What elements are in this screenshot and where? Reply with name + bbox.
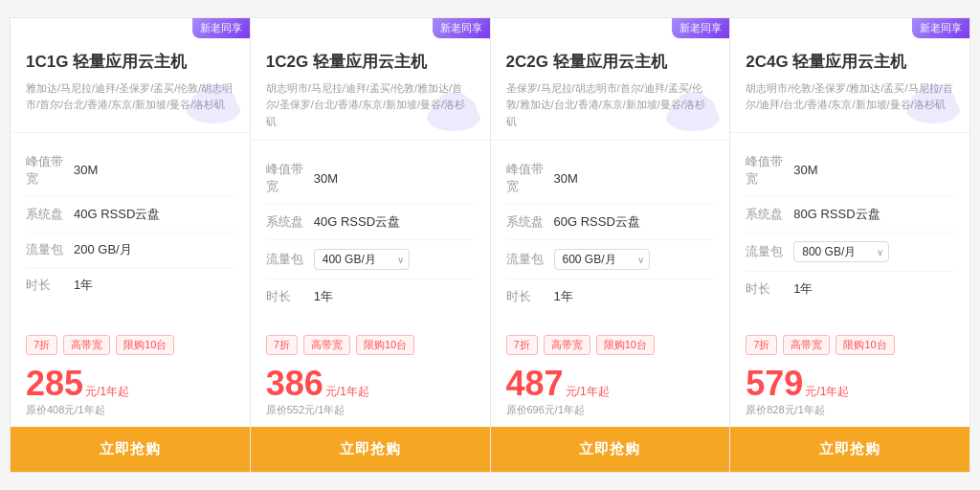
select-wrapper[interactable]: 400 GB/月600 GB/月800 GB/月 <box>793 241 889 262</box>
price-unit: 元/1年起 <box>566 384 610 400</box>
badge-0: 7折 <box>26 335 57 355</box>
buy-button[interactable]: 立即抢购 <box>251 427 490 472</box>
spec-value: 1年 <box>314 288 333 305</box>
badge-2: 限购10台 <box>116 335 174 355</box>
spec-label: 流量包 <box>506 251 554 268</box>
price-original: 原价552元/1年起 <box>266 403 475 417</box>
price-main: 579元/1年起 <box>746 367 954 401</box>
spec-row-0: 峰值带宽30M <box>506 152 715 205</box>
spec-value: 1年 <box>793 280 813 298</box>
spec-label: 流量包 <box>746 243 793 260</box>
price-original: 原价408元/1年起 <box>26 403 234 417</box>
spec-row-3: 时长1年 <box>26 268 234 302</box>
spec-label: 峰值带宽 <box>746 153 793 188</box>
decoration-icon <box>904 77 962 124</box>
traffic-select[interactable]: 400 GB/月600 GB/月800 GB/月 <box>314 249 410 270</box>
svg-point-3 <box>196 84 231 111</box>
badge-0: 7折 <box>506 335 538 355</box>
spec-row-2: 流量包400 GB/月600 GB/月800 GB/月 <box>746 233 954 272</box>
spec-label: 峰值带宽 <box>506 161 554 195</box>
traffic-select[interactable]: 400 GB/月600 GB/月800 GB/月 <box>554 249 650 270</box>
spec-row-0: 峰值带宽30M <box>26 145 234 197</box>
card-header: 新老同享1C1G 轻量应用云主机雅加达/马尼拉/迪拜/圣保罗/孟买/伦敦/胡志明… <box>11 18 250 133</box>
card-title: 1C2G 轻量应用云主机 <box>266 51 475 73</box>
price-original: 原价696元/1年起 <box>506 403 715 417</box>
spec-label: 峰值带宽 <box>266 161 314 195</box>
price-section: 285元/1年起原价408元/1年起 <box>11 361 250 427</box>
badge-1: 高带宽 <box>303 335 350 355</box>
card-body: 峰值带宽30M系统盘60G RSSD云盘流量包400 GB/月600 GB/月8… <box>491 141 730 325</box>
spec-label: 流量包 <box>26 241 74 258</box>
select-wrapper[interactable]: 400 GB/月600 GB/月800 GB/月 <box>554 249 650 270</box>
spec-value: 30M <box>554 171 578 186</box>
svg-point-7 <box>436 92 471 119</box>
price-main: 285元/1年起 <box>26 367 234 401</box>
price-section: 386元/1年起原价552元/1年起 <box>251 361 490 427</box>
price-unit: 元/1年起 <box>325 384 369 400</box>
spec-row-1: 系统盘40G RSSD云盘 <box>266 205 475 240</box>
spec-value: 40G RSSD云盘 <box>314 213 400 231</box>
new-old-badge: 新老同享 <box>433 18 490 38</box>
new-old-badge: 新老同享 <box>912 18 969 38</box>
spec-label: 系统盘 <box>266 213 314 231</box>
spec-label: 时长 <box>746 280 793 298</box>
card-header: 新老同享2C4G 轻量应用云主机胡志明市/伦敦/圣保罗/雅加达/孟买/马尼拉/首… <box>730 18 969 133</box>
card-1: 新老同享1C2G 轻量应用云主机胡志明市/马尼拉/迪拜/孟买/伦敦/雅加达/首尔… <box>251 17 491 474</box>
spec-value: 60G RSSD云盘 <box>554 213 640 231</box>
new-old-badge: 新老同享 <box>192 18 250 38</box>
spec-value: 30M <box>314 171 338 186</box>
spec-value: 40G RSSD云盘 <box>74 206 160 223</box>
new-old-badge: 新老同享 <box>672 18 729 38</box>
price-number: 285 <box>26 367 83 401</box>
badge-2: 限购10台 <box>356 335 414 355</box>
badge-1: 高带宽 <box>783 335 830 355</box>
badges-row: 7折高带宽限购10台 <box>251 325 490 361</box>
card-header: 新老同享2C2G 轻量应用云主机圣保罗/马尼拉/胡志明市/首尔/迪拜/孟买/伦敦… <box>491 18 730 142</box>
price-main: 386元/1年起 <box>266 367 475 401</box>
svg-point-15 <box>916 84 950 111</box>
decoration-icon <box>185 77 242 124</box>
spec-row-3: 时长1年 <box>746 272 954 306</box>
spec-row-0: 峰值带宽30M <box>746 145 954 197</box>
card-title: 2C4G 轻量应用云主机 <box>746 51 954 73</box>
badges-row: 7折高带宽限购10台 <box>491 325 730 361</box>
spec-value: 1年 <box>554 288 573 305</box>
buy-button[interactable]: 立即抢购 <box>491 427 730 472</box>
spec-row-2: 流量包400 GB/月600 GB/月800 GB/月 <box>506 240 715 279</box>
spec-value: 80G RSSD云盘 <box>793 206 880 223</box>
badges-row: 7折高带宽限购10台 <box>730 325 969 361</box>
spec-label: 系统盘 <box>746 206 793 223</box>
price-original: 原价828元/1年起 <box>746 403 954 417</box>
price-section: 579元/1年起原价828元/1年起 <box>730 361 969 427</box>
spec-value: 30M <box>74 163 98 177</box>
price-unit: 元/1年起 <box>805 384 849 400</box>
badge-0: 7折 <box>266 335 298 355</box>
spec-row-1: 系统盘60G RSSD云盘 <box>506 205 715 240</box>
buy-button[interactable]: 立即抢购 <box>11 427 250 472</box>
traffic-select[interactable]: 400 GB/月600 GB/月800 GB/月 <box>793 241 889 262</box>
price-main: 487元/1年起 <box>506 367 715 401</box>
spec-value: 30M <box>793 163 817 177</box>
spec-row-1: 系统盘80G RSSD云盘 <box>746 197 954 233</box>
price-number: 487 <box>506 367 564 401</box>
spec-label: 时长 <box>266 288 314 305</box>
badges-row: 7折高带宽限购10台 <box>11 325 250 361</box>
badge-2: 限购10台 <box>596 335 655 355</box>
svg-point-11 <box>676 92 710 119</box>
spec-row-1: 系统盘40G RSSD云盘 <box>26 197 234 233</box>
card-body: 峰值带宽30M系统盘80G RSSD云盘流量包400 GB/月600 GB/月8… <box>730 133 969 326</box>
spec-row-2: 流量包200 GB/月 <box>26 233 234 268</box>
buy-button[interactable]: 立即抢购 <box>730 427 969 472</box>
card-body: 峰值带宽30M系统盘40G RSSD云盘流量包200 GB/月时长1年 <box>11 133 250 326</box>
spec-value: 200 GB/月 <box>74 241 132 258</box>
badge-2: 限购10台 <box>835 335 894 355</box>
price-number: 386 <box>266 367 323 401</box>
badge-0: 7折 <box>746 335 777 355</box>
select-wrapper[interactable]: 400 GB/月600 GB/月800 GB/月 <box>314 249 410 270</box>
card-title: 1C1G 轻量应用云主机 <box>26 51 234 73</box>
card-0: 新老同享1C1G 轻量应用云主机雅加达/马尼拉/迪拜/圣保罗/孟买/伦敦/胡志明… <box>10 17 251 474</box>
price-number: 579 <box>746 367 803 401</box>
price-section: 487元/1年起原价696元/1年起 <box>491 361 730 427</box>
card-title: 2C2G 轻量应用云主机 <box>506 51 715 73</box>
spec-row-0: 峰值带宽30M <box>266 152 475 205</box>
